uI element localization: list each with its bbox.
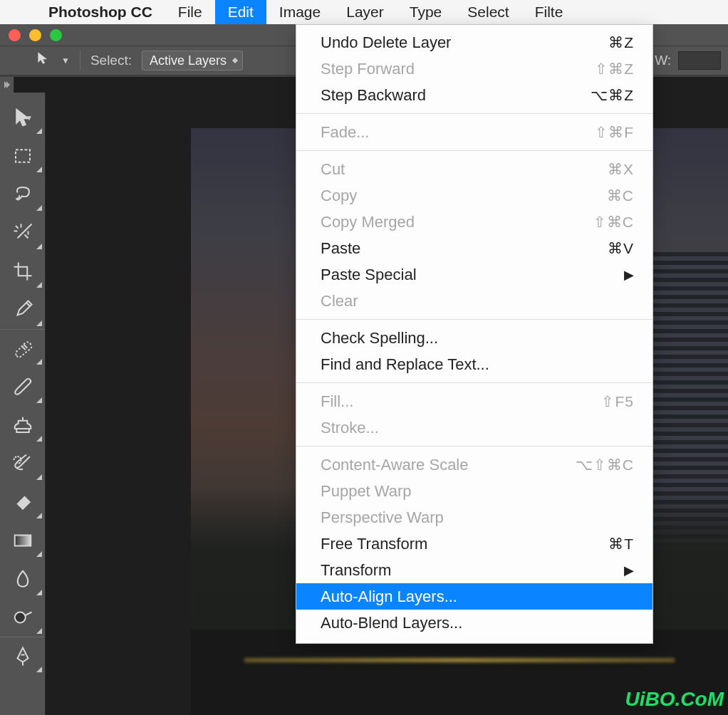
window-minimize-button[interactable] xyxy=(29,29,41,41)
width-label: W: xyxy=(655,53,671,68)
menu-item-fade: Fade...⇧⌘F xyxy=(296,119,652,145)
menu-item-label: Copy Merged xyxy=(321,213,415,231)
clone-stamp-tool[interactable] xyxy=(0,406,45,444)
menubar-select[interactable]: Select xyxy=(454,0,521,24)
menu-item-label: Find and Replace Text... xyxy=(321,355,489,374)
lasso-tool[interactable] xyxy=(0,175,45,214)
window-close-button[interactable] xyxy=(9,29,21,41)
tool-preset-dropdown-icon[interactable]: ▼ xyxy=(61,56,70,66)
window-zoom-button[interactable] xyxy=(50,29,62,41)
menubar-filter[interactable]: Filte xyxy=(522,0,576,24)
menu-item-copy: Copy⌘C xyxy=(296,182,652,209)
menu-item-transform[interactable]: Transform▶ xyxy=(296,557,652,583)
menubar-type[interactable]: Type xyxy=(397,0,455,24)
menu-item-undo-delete-layer[interactable]: Undo Delete Layer⌘Z xyxy=(296,29,652,56)
brush-tool[interactable] xyxy=(0,367,45,406)
eraser-tool[interactable] xyxy=(0,483,45,521)
toolbox-expand-handle[interactable] xyxy=(0,77,14,93)
menu-item-label: Paste Special xyxy=(321,266,417,284)
menu-item-label: Copy xyxy=(321,187,357,205)
menu-item-shortcut: ⇧⌘F xyxy=(595,124,634,141)
menu-separator xyxy=(296,113,652,114)
menu-item-shortcut: ⌥⇧⌘C xyxy=(576,456,634,474)
menubar-app-name[interactable]: Photoshop CC xyxy=(36,0,165,24)
menu-item-clear: Clear xyxy=(296,288,652,314)
menu-item-copy-merged: Copy Merged⇧⌘C xyxy=(296,209,652,235)
menu-item-stroke: Stroke... xyxy=(296,414,652,441)
menu-item-label: Puppet Warp xyxy=(321,482,412,501)
menu-item-label: Perspective Warp xyxy=(321,508,444,527)
submenu-arrow-icon: ▶ xyxy=(624,563,634,578)
blur-tool[interactable] xyxy=(0,560,45,598)
menu-item-check-spelling[interactable]: Check Spelling... xyxy=(296,325,652,351)
menu-item-label: Undo Delete Layer xyxy=(321,33,451,52)
move-tool[interactable]: ▼ xyxy=(0,98,45,137)
menu-item-step-backward[interactable]: Step Backward⌥⌘Z xyxy=(296,82,652,108)
menu-item-shortcut: ⌘X xyxy=(608,161,634,178)
menu-item-find-and-replace-text[interactable]: Find and Replace Text... xyxy=(296,351,652,377)
mac-menubar: Photoshop CC File Edit Image Layer Type … xyxy=(0,0,728,24)
menu-item-label: Transform xyxy=(321,561,391,580)
menu-item-label: Step Backward xyxy=(321,86,426,105)
magic-wand-tool[interactable] xyxy=(0,214,45,252)
select-mode-value: Active Layers xyxy=(150,53,227,68)
menu-item-shortcut: ⌘C xyxy=(607,187,634,204)
menu-item-label: Paste xyxy=(321,239,360,258)
menu-item-content-aware-scale: Content-Aware Scale⌥⇧⌘C xyxy=(296,452,652,478)
menubar-image[interactable]: Image xyxy=(266,0,333,24)
menu-item-auto-blend-layers[interactable]: Auto-Blend Layers... xyxy=(296,610,652,636)
menubar-file[interactable]: File xyxy=(165,0,215,24)
menu-item-label: Free Transform xyxy=(321,535,427,553)
toolbox: ▼ xyxy=(0,93,46,715)
svg-rect-0 xyxy=(16,150,30,162)
move-tool-icon[interactable] xyxy=(36,51,51,70)
menu-item-label: Check Spelling... xyxy=(321,329,438,348)
menubar-layer[interactable]: Layer xyxy=(333,0,397,24)
menu-item-shortcut: ⇧⌘C xyxy=(593,214,634,231)
menu-item-label: Fade... xyxy=(321,123,369,142)
submenu-arrow-icon: ▶ xyxy=(624,267,634,283)
menu-item-paste[interactable]: Paste⌘V xyxy=(296,235,652,261)
menu-item-step-forward: Step Forward⇧⌘Z xyxy=(296,56,652,82)
select-label: Select: xyxy=(90,53,132,68)
menu-item-shortcut: ⌘Z xyxy=(608,34,634,51)
menu-item-shortcut: ⌘V xyxy=(608,240,634,257)
menu-item-cut: Cut⌘X xyxy=(296,156,652,182)
menubar-edit[interactable]: Edit xyxy=(215,0,266,24)
history-brush-tool[interactable] xyxy=(0,444,45,483)
edit-menu-dropdown: Undo Delete Layer⌘ZStep Forward⇧⌘ZStep B… xyxy=(296,24,653,644)
healing-brush-tool[interactable] xyxy=(0,329,45,367)
dodge-tool[interactable] xyxy=(0,598,45,637)
menu-item-label: Clear xyxy=(321,292,358,310)
rectangular-marquee-tool[interactable] xyxy=(0,137,45,175)
menu-item-puppet-warp: Puppet Warp xyxy=(296,478,652,504)
menu-separator xyxy=(296,382,652,383)
svg-point-2 xyxy=(14,612,25,623)
options-separator xyxy=(80,51,80,71)
menu-item-perspective-warp: Perspective Warp xyxy=(296,504,652,531)
menu-item-label: Content-Aware Scale xyxy=(321,456,469,474)
gradient-tool[interactable] xyxy=(0,521,45,560)
menu-item-label: Step Forward xyxy=(321,60,415,78)
menu-item-free-transform[interactable]: Free Transform⌘T xyxy=(296,531,652,557)
menu-item-paste-special[interactable]: Paste Special▶ xyxy=(296,261,652,288)
crop-tool[interactable] xyxy=(0,252,45,291)
select-mode-dropdown[interactable]: Active Layers xyxy=(142,51,243,71)
menu-item-label: Auto-Blend Layers... xyxy=(321,614,462,632)
menu-item-shortcut: ⇧⌘Z xyxy=(595,61,634,78)
eyedropper-tool[interactable] xyxy=(0,291,45,329)
menu-separator xyxy=(296,446,652,447)
menu-item-label: Fill... xyxy=(321,392,353,411)
menu-item-label: Stroke... xyxy=(321,419,379,437)
menu-separator xyxy=(296,150,652,151)
menu-item-shortcut: ⌥⌘Z xyxy=(591,87,634,104)
menu-item-auto-align-layers[interactable]: Auto-Align Layers... xyxy=(296,583,652,610)
menu-item-shortcut: ⌘T xyxy=(608,536,634,553)
menu-item-label: Cut xyxy=(321,160,345,179)
width-input[interactable] xyxy=(678,51,721,70)
svg-rect-1 xyxy=(14,536,31,546)
menu-separator xyxy=(296,319,652,320)
menu-item-label: Auto-Align Layers... xyxy=(321,588,457,606)
menu-item-fill: Fill...⇧F5 xyxy=(296,388,652,414)
pen-tool[interactable] xyxy=(0,637,45,675)
